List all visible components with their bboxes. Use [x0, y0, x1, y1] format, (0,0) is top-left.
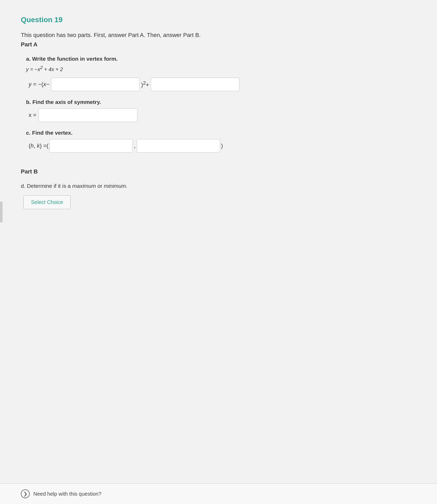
vertex-form-h-input[interactable]: [51, 78, 140, 91]
sub-a-label: a. Write the function in vertex form.: [26, 56, 416, 62]
part-a-label: Part A: [21, 41, 416, 48]
part-b-intro: d. Determine if it is a maximum or minim…: [21, 183, 416, 189]
question-title: Question 19: [21, 16, 416, 24]
left-tab: [0, 202, 3, 222]
vertex-suffix: ): [221, 142, 223, 149]
vertex-prefix: (h, k) =(: [29, 142, 48, 149]
vertex-h-input[interactable]: [49, 139, 133, 153]
sub-question-c: c. Find the vertex. (h, k) =( , ): [26, 130, 416, 153]
axis-prefix: x =: [29, 112, 36, 119]
sub-question-b: b. Find the axis of symmetry. x =: [26, 99, 416, 122]
vertex-k-input[interactable]: [137, 139, 220, 153]
sub-c-label: c. Find the vertex.: [26, 130, 416, 136]
axis-input[interactable]: [39, 108, 138, 122]
intro-text: This question has two parts. First, answ…: [21, 32, 416, 39]
vertex-form-k-input[interactable]: [151, 78, 239, 91]
vertex-form-middle: )2+: [141, 80, 149, 88]
part-b-section: Part B d. Determine if it is a maximum o…: [21, 168, 416, 220]
sub-b-label: b. Find the axis of symmetry.: [26, 99, 416, 105]
sub-d-minimum: minimum.: [104, 183, 128, 189]
vertex-form-prefix: y = −(x−: [29, 81, 49, 88]
vertex-line: (h, k) =( , ): [29, 139, 416, 153]
help-icon[interactable]: ❯: [21, 489, 30, 498]
part-b-label: Part B: [21, 168, 416, 175]
sub-d-maximum: maximum: [72, 183, 96, 189]
sub-question-a: a. Write the function in vertex form. y …: [26, 56, 416, 91]
vertex-form-line: y = −(x− )2+: [29, 78, 416, 91]
vertex-comma: ,: [134, 142, 135, 149]
sub-d-label: d. Determine if it is a: [21, 183, 71, 189]
page-container: Question 19 This question has two parts.…: [0, 0, 437, 504]
help-bar: ❯ Need help with this question?: [0, 483, 437, 504]
function-display: y = −x2 + 4x + 2: [26, 65, 416, 72]
help-text: Need help with this question?: [33, 491, 101, 497]
select-choice-button[interactable]: Select Choice: [23, 195, 71, 209]
axis-line: x =: [29, 108, 416, 122]
